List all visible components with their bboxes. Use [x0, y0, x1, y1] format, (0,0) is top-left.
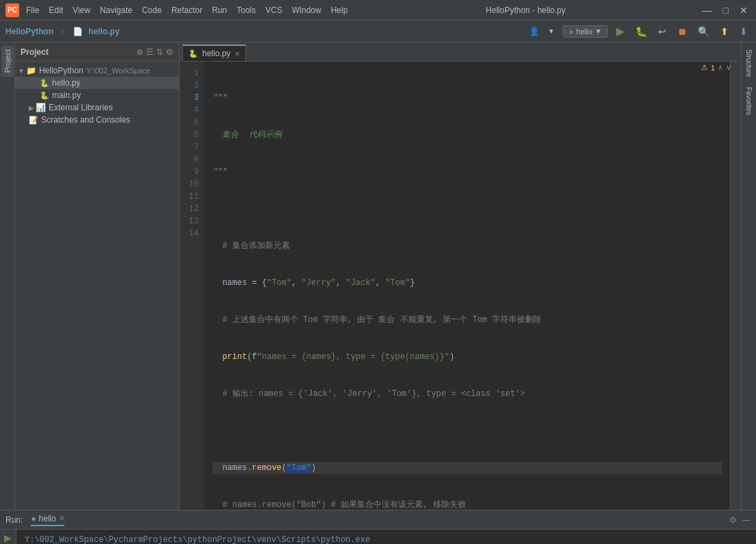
tree-root[interactable]: ▼ 📁 HelloPython Y:\002_WorkSpace	[15, 64, 179, 77]
dropdown-icon[interactable]: ▼	[545, 26, 557, 36]
run-button[interactable]: ▶	[613, 23, 627, 39]
project-icon-sort[interactable]: ⇅	[156, 47, 163, 57]
ext-lib-icon: 📊	[36, 103, 46, 112]
run-config-arrow: ▼	[595, 27, 602, 35]
editor-tab-hello[interactable]: 🐍 hello.py ✕	[182, 45, 246, 61]
window-title: HelloPython - hello.py	[352, 5, 699, 15]
menu-file[interactable]: File	[22, 4, 43, 16]
run-icon: ●	[569, 27, 574, 36]
breadcrumb-file[interactable]: hello.py	[88, 27, 119, 36]
file-icon: 📄	[73, 27, 83, 36]
title-bar: PC File Edit View Navigate Code Refactor…	[0, 0, 756, 21]
search-button[interactable]: 🔍	[695, 25, 712, 38]
warning-down[interactable]: ∨	[726, 63, 731, 72]
menu-refactor[interactable]: Refactor	[167, 4, 206, 16]
code-editor[interactable]: """ 集合 代码示例 """ # 集合添加新元素 names = {"Tom"…	[204, 62, 730, 510]
scratches-icon: 📝	[29, 116, 38, 125]
maximize-button[interactable]: □	[720, 5, 731, 16]
minimize-button[interactable]: —	[700, 5, 715, 16]
run-config-label: hello	[576, 27, 592, 36]
user-icon: 👤	[529, 27, 539, 36]
line-num-3: 3	[180, 92, 204, 104]
project-header: Project ⊕ ☰ ⇅ ⚙	[15, 42, 179, 62]
menu-window[interactable]: Window	[288, 4, 326, 16]
line-num-6: 6	[180, 129, 204, 141]
run-tab-label: hello	[39, 514, 56, 523]
project-icon-settings[interactable]: ⚙	[166, 47, 173, 57]
up-button[interactable]: ⬆	[718, 25, 731, 38]
menu-vcs[interactable]: VCS	[261, 4, 286, 16]
settings-icon[interactable]: ⚙	[729, 515, 737, 525]
code-line-3: """	[212, 166, 722, 178]
favorites-tab[interactable]: Favorites	[743, 83, 755, 119]
run-tab-icon: ●	[31, 514, 36, 523]
folder-icon: 📁	[26, 66, 36, 75]
python-file-icon-1: 🐍	[40, 79, 49, 88]
tab-file-icon: 🐍	[188, 49, 198, 58]
tree-file-main[interactable]: 🐍 main.py	[15, 89, 179, 101]
code-line-1: """	[212, 92, 722, 104]
tree-external-libs-label: External Libraries	[49, 103, 112, 112]
tree-file-main-label: main.py	[52, 90, 81, 100]
code-line-11: names.remove("Tom")	[212, 462, 722, 474]
tree-arrow-ext: ▶	[29, 104, 34, 112]
project-side-tab[interactable]: Project	[1, 45, 14, 77]
code-line-12: # names.remove("Bob") # 如果集合中没有该元素, 移除失败	[212, 499, 722, 510]
project-panel-title: Project	[21, 47, 49, 57]
minimize-panel-icon[interactable]: —	[742, 515, 751, 525]
main-layout: Project Project ⊕ ☰ ⇅ ⚙ ▼ 📁 HelloPython …	[0, 42, 756, 510]
code-line-8: print(f"names = {names}, type = {type(na…	[212, 351, 722, 363]
project-icon-plus[interactable]: ⊕	[136, 47, 143, 57]
project-tree: ▼ 📁 HelloPython Y:\002_WorkSpace 🐍 hello…	[15, 62, 179, 510]
menu-navigate[interactable]: Navigate	[96, 4, 136, 16]
bottom-content-layout: ▶ ↑ ↓ ⚙ ⇶ 🖨 Y:\002_WorkSpace\PycharmProj…	[0, 530, 756, 544]
code-line-9: # 输出: names = {'Jack', 'Jerry', 'Tom'}, …	[212, 388, 722, 400]
down-button[interactable]: ⬇	[737, 25, 751, 38]
tree-file-hello[interactable]: 🐍 hello.py	[15, 77, 179, 89]
editor-content[interactable]: ⚠ 1 ∧ ∨ 1 2 3 4 5 6 7 8 9 10 11 12 13 14	[180, 62, 741, 510]
tree-scratches[interactable]: 📝 Scratches and Consoles	[15, 114, 179, 126]
run-again-button[interactable]: ▶	[4, 532, 12, 543]
menu-edit[interactable]: Edit	[45, 4, 67, 16]
line-num-5: 5	[180, 116, 204, 129]
line-num-2: 2	[180, 79, 204, 92]
bottom-right-controls: ⚙ —	[729, 515, 751, 525]
warning-bar[interactable]: ⚠ 1 ∧ ∨	[697, 62, 735, 73]
breadcrumb-project[interactable]: HelloPython	[5, 27, 53, 36]
menu-help[interactable]: Help	[327, 4, 352, 16]
structure-tab[interactable]: Structure	[743, 45, 755, 82]
line-num-10: 10	[180, 178, 204, 190]
tree-external-libs[interactable]: ▶ 📊 External Libraries	[15, 101, 179, 114]
coverage-button[interactable]: ↩	[655, 25, 669, 38]
bottom-tab-bar: Run: ● hello ✕ ⚙ —	[0, 510, 756, 530]
tree-arrow-root: ▼	[18, 67, 25, 75]
menu-run[interactable]: Run	[208, 4, 231, 16]
warning-icon: ⚠	[701, 63, 708, 72]
line-num-13: 13	[180, 215, 204, 227]
tab-label: hello.py	[202, 49, 230, 58]
code-line-10	[212, 425, 722, 437]
run-output: Y:\002_WorkSpace\PycharmProjects\pythonP…	[16, 530, 756, 544]
menu-bar: File Edit View Navigate Code Refactor Ru…	[22, 4, 352, 16]
editor-right-sidebar[interactable]	[730, 62, 741, 510]
close-button[interactable]: ✕	[737, 5, 751, 16]
project-panel: Project ⊕ ☰ ⇅ ⚙ ▼ 📁 HelloPython Y:\002_W…	[15, 42, 180, 510]
menu-view[interactable]: View	[69, 4, 95, 16]
warning-up[interactable]: ∧	[718, 63, 723, 72]
line-num-8: 8	[180, 153, 204, 166]
run-config-dropdown[interactable]: ● hello ▼	[563, 25, 608, 38]
tab-close-button[interactable]: ✕	[234, 50, 240, 58]
menu-code[interactable]: Code	[138, 4, 166, 16]
menu-tools[interactable]: Tools	[232, 4, 260, 16]
tree-root-label: HelloPython	[39, 66, 84, 75]
project-icon-list[interactable]: ☰	[146, 47, 154, 57]
run-tab-close[interactable]: ✕	[59, 515, 64, 522]
right-panel-tabs: Structure Favorites	[741, 42, 756, 510]
line-num-9: 9	[180, 166, 204, 178]
line-num-1: 1	[180, 67, 204, 79]
run-tab-hello[interactable]: ● hello ✕	[31, 514, 64, 526]
bottom-left-toolbar: ▶ ↑ ↓ ⚙ ⇶ 🖨	[0, 530, 16, 544]
debug-button[interactable]: 🐛	[633, 25, 650, 38]
stop-button[interactable]: ⏹	[674, 25, 690, 38]
left-side-tabs: Project	[0, 42, 15, 510]
